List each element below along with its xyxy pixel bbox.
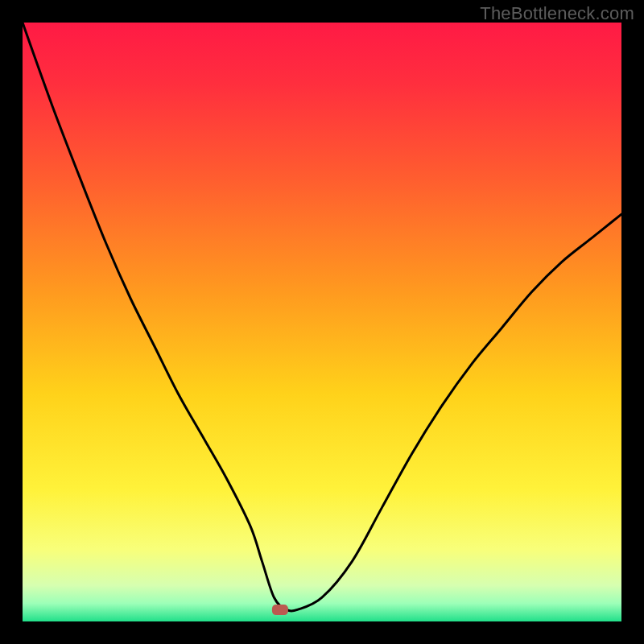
gradient-background — [23, 23, 621, 621]
chart-frame: TheBottleneck.com — [0, 0, 644, 644]
watermark-text: TheBottleneck.com — [480, 3, 634, 24]
chart-svg — [23, 23, 621, 621]
optimum-marker — [272, 605, 288, 615]
plot-area — [23, 23, 621, 621]
